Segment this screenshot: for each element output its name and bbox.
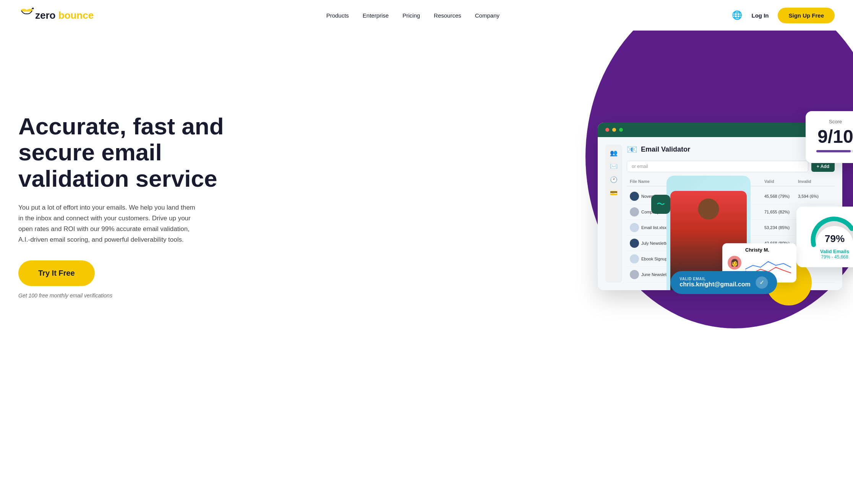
- nav-links: Products Enterprise Pricing Resources Co…: [326, 12, 499, 19]
- row-dot: [630, 192, 639, 201]
- col-valid: Valid: [764, 179, 798, 184]
- valid-email-label: VALID EMAIL: [679, 277, 750, 281]
- nav-pricing[interactable]: Pricing: [402, 12, 420, 19]
- valid-email-address: chris.knight@gmail.com: [679, 281, 750, 288]
- sidebar-users-icon[interactable]: 👥: [610, 149, 618, 157]
- navigation: zero bounce Products Enterprise Pricing …: [0, 0, 853, 31]
- score-bar-fill: [816, 150, 851, 152]
- hero-headline: Accurate, fast and secure email validati…: [18, 113, 232, 192]
- row-invalid: 3,594 (6%): [798, 194, 832, 199]
- search-box[interactable]: or email: [627, 161, 808, 172]
- row-dot: [630, 223, 639, 232]
- hero-section: Accurate, fast and secure email validati…: [0, 31, 853, 367]
- hero-left: Accurate, fast and secure email validati…: [18, 113, 232, 299]
- nav-products[interactable]: Products: [326, 12, 349, 19]
- nav-right: 🌐 Log In Sign Up Free: [732, 8, 835, 23]
- sidebar-card-icon[interactable]: 💳: [610, 189, 618, 197]
- score-label: Score: [816, 119, 853, 124]
- login-button[interactable]: Log In: [751, 12, 769, 19]
- row-dot: [630, 270, 639, 279]
- window-dot-yellow: [612, 128, 616, 132]
- pulse-icon: 〜: [651, 195, 670, 214]
- score-value: 9/10: [816, 126, 853, 147]
- globe-icon[interactable]: 🌐: [732, 10, 742, 20]
- valid-label: Valid Emails: [806, 249, 853, 254]
- logo-wordmark: zero bounce: [35, 10, 94, 21]
- gauge-percent: 79%: [825, 233, 845, 245]
- sidebar-clock-icon[interactable]: 🕐: [610, 176, 618, 183]
- nav-enterprise[interactable]: Enterprise: [363, 12, 389, 19]
- valid-emails-card: 79% Valid Emails 79% - 45,668: [796, 207, 853, 267]
- sidebar-icons: 👥 ✉️ 🕐 💳: [605, 145, 622, 283]
- row-dot: [630, 207, 639, 216]
- signup-button[interactable]: Sign Up Free: [778, 8, 835, 23]
- validator-title: 📧 Email Validator: [627, 145, 835, 155]
- validator-title-text: Email Validator: [641, 145, 690, 153]
- row-dot: [630, 254, 639, 263]
- score-card: Score 9/10: [806, 111, 853, 163]
- validator-icon: 📧: [627, 145, 637, 155]
- score-bar: [816, 150, 853, 152]
- valid-count: 79% - 45,668: [806, 254, 853, 260]
- window-dot-green: [619, 128, 623, 132]
- file-name-text: Email list.xlsx: [641, 225, 667, 230]
- email-validate-bar: VALID EMAIL chris.knight@gmail.com ✓: [670, 271, 777, 294]
- check-icon: ✓: [756, 276, 768, 289]
- row-valid: 71,655 (82%): [764, 210, 798, 214]
- hero-right: Score 9/10 👥 ✉️ 🕐 💳: [590, 123, 853, 290]
- person-name: Christy M.: [745, 247, 791, 253]
- logo-icon: [18, 7, 35, 24]
- row-dot: [630, 239, 639, 248]
- row-valid: 53,234 (85%): [764, 225, 798, 230]
- gauge-container: 79%: [808, 214, 853, 245]
- logo[interactable]: zero bounce: [18, 7, 94, 24]
- row-valid: 45,568 (79%): [764, 194, 798, 199]
- nav-company[interactable]: Company: [475, 12, 499, 19]
- email-bar-content: VALID EMAIL chris.knight@gmail.com: [679, 277, 750, 288]
- search-add-row: or email + Add: [627, 161, 835, 172]
- person-avatar: 👩: [728, 256, 741, 270]
- hero-subtext: You put a lot of effort into your emails…: [18, 202, 202, 245]
- col-invalid: Invalid: [798, 179, 832, 184]
- nav-resources[interactable]: Resources: [434, 12, 461, 19]
- free-note: Get 100 free monthly email verifications: [18, 292, 112, 299]
- window-dot-red: [605, 128, 609, 132]
- sidebar-mail-icon[interactable]: ✉️: [610, 163, 618, 170]
- try-free-button[interactable]: Try It Free: [18, 260, 95, 286]
